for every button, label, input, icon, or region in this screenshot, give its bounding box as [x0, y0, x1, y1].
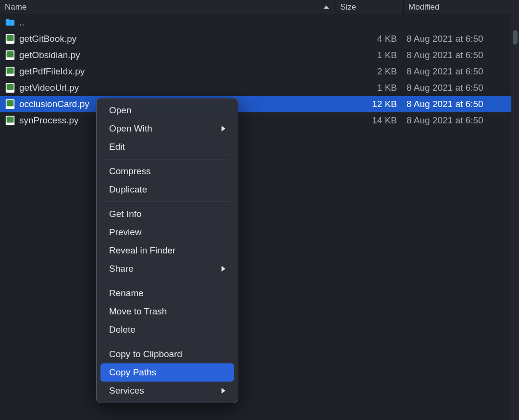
menu-item-preview[interactable]: Preview	[100, 223, 234, 241]
file-name-label: getVideoUrl.py	[19, 83, 79, 93]
file-name-label: getGitBook.py	[19, 34, 76, 44]
menu-item-label: Compress	[109, 166, 151, 177]
context-menu: OpenOpen WithEditCompressDuplicateGet In…	[96, 98, 238, 403]
menu-item-copy-to-clipboard[interactable]: Copy to Clipboard	[100, 345, 234, 363]
menu-item-label: Reveal in Finder	[109, 245, 175, 256]
menu-item-label: Edit	[109, 142, 125, 152]
chevron-right-icon	[222, 126, 225, 132]
menu-separator	[104, 159, 230, 159]
svg-rect-7	[7, 68, 14, 74]
file-modified: 8 Aug 2021 at 6:50	[404, 99, 519, 109]
menu-item-label: Open	[109, 105, 131, 116]
menu-item-label: Delete	[109, 324, 136, 335]
python-file-icon	[5, 66, 15, 77]
scrollbar-track[interactable]	[511, 14, 519, 420]
file-size: 1 KB	[335, 50, 404, 60]
menu-item-compress[interactable]: Compress	[100, 162, 234, 180]
python-file-icon	[5, 34, 15, 44]
file-modified: 8 Aug 2021 at 6:50	[404, 115, 519, 126]
menu-item-label: Copy to Clipboard	[109, 349, 182, 360]
folder-icon	[5, 17, 15, 28]
column-header-row: Name Size Modified	[0, 0, 519, 14]
python-file-icon	[5, 115, 15, 126]
file-row[interactable]: getGitBook.py 4 KB 8 Aug 2021 at 6:50	[0, 31, 519, 47]
menu-item-label: Preview	[109, 227, 142, 238]
file-name-label: getObsidian.py	[19, 50, 80, 60]
file-name-label: getPdfFileIdx.py	[19, 66, 85, 77]
scrollbar-thumb[interactable]	[513, 30, 518, 45]
menu-item-reveal-in-finder[interactable]: Reveal in Finder	[100, 241, 234, 260]
menu-item-edit[interactable]: Edit	[100, 138, 234, 156]
file-row[interactable]: getVideoUrl.py 1 KB 8 Aug 2021 at 6:50	[0, 80, 519, 96]
menu-item-label: Rename	[109, 288, 144, 299]
file-row[interactable]: getObsidian.py 1 KB 8 Aug 2021 at 6:50	[0, 47, 519, 63]
file-size: 1 KB	[335, 83, 404, 93]
menu-item-rename[interactable]: Rename	[100, 284, 234, 302]
svg-rect-16	[7, 117, 14, 123]
menu-item-open[interactable]: Open	[100, 101, 234, 120]
svg-rect-1	[7, 35, 14, 41]
file-size: 12 KB	[335, 99, 404, 109]
svg-rect-5	[7, 58, 13, 60]
menu-item-label: Services	[109, 385, 144, 396]
file-size: 14 KB	[335, 115, 404, 126]
menu-item-open-with[interactable]: Open With	[100, 120, 234, 138]
svg-rect-14	[7, 107, 13, 108]
file-modified: 8 Aug 2021 at 6:50	[404, 34, 519, 44]
menu-item-delete[interactable]: Delete	[100, 321, 234, 339]
menu-item-label: Get Info	[109, 209, 142, 219]
svg-rect-11	[7, 91, 13, 92]
menu-item-copy-paths[interactable]: Copy Paths	[100, 363, 234, 382]
file-modified: 8 Aug 2021 at 6:50	[404, 50, 519, 60]
svg-rect-10	[7, 84, 14, 90]
menu-separator	[104, 342, 230, 342]
python-file-icon	[5, 50, 15, 60]
column-header-size[interactable]: Size	[335, 0, 404, 14]
menu-item-get-info[interactable]: Get Info	[100, 205, 234, 223]
menu-item-label: Share	[109, 264, 134, 274]
parent-directory-label: ..	[19, 17, 25, 28]
column-size-label: Size	[340, 2, 356, 12]
menu-item-services[interactable]: Services	[100, 382, 234, 400]
menu-item-duplicate[interactable]: Duplicate	[100, 180, 234, 199]
menu-item-label: Duplicate	[109, 184, 147, 195]
python-file-icon	[5, 83, 15, 93]
menu-item-label: Open With	[109, 123, 152, 134]
file-list: .. getGitBook.py 4 KB 8 Aug 2021 at 6:50…	[0, 14, 519, 129]
svg-rect-17	[7, 123, 13, 125]
file-size: 4 KB	[335, 34, 404, 44]
menu-item-share[interactable]: Share	[100, 260, 234, 278]
column-header-modified[interactable]: Modified	[404, 0, 519, 14]
svg-rect-8	[7, 74, 13, 76]
svg-rect-2	[7, 42, 13, 43]
python-file-icon	[5, 99, 15, 109]
file-modified: 8 Aug 2021 at 6:50	[404, 83, 519, 93]
svg-rect-13	[7, 100, 14, 107]
menu-item-label: Copy Paths	[109, 367, 156, 378]
file-modified: 8 Aug 2021 at 6:50	[404, 66, 519, 77]
file-name-label: occlusionCard.py	[19, 99, 89, 109]
file-row[interactable]: getPdfFileIdx.py 2 KB 8 Aug 2021 at 6:50	[0, 63, 519, 80]
menu-separator	[104, 281, 230, 281]
menu-separator	[104, 202, 230, 202]
svg-rect-4	[7, 51, 14, 58]
column-modified-label: Modified	[408, 2, 439, 12]
menu-item-move-to-trash[interactable]: Move to Trash	[100, 302, 234, 321]
chevron-right-icon	[222, 266, 225, 272]
sort-ascending-icon	[323, 5, 329, 9]
file-name-label: synProcess.py	[19, 115, 79, 126]
column-header-name[interactable]: Name	[0, 0, 335, 14]
file-row[interactable]: occlusionCard.py 12 KB 8 Aug 2021 at 6:5…	[0, 96, 519, 112]
file-size: 2 KB	[335, 66, 404, 77]
parent-directory-row[interactable]: ..	[0, 14, 519, 31]
file-row[interactable]: synProcess.py 14 KB 8 Aug 2021 at 6:50	[0, 112, 519, 129]
column-name-label: Name	[5, 2, 26, 12]
menu-item-label: Move to Trash	[109, 306, 167, 317]
chevron-right-icon	[222, 388, 225, 394]
